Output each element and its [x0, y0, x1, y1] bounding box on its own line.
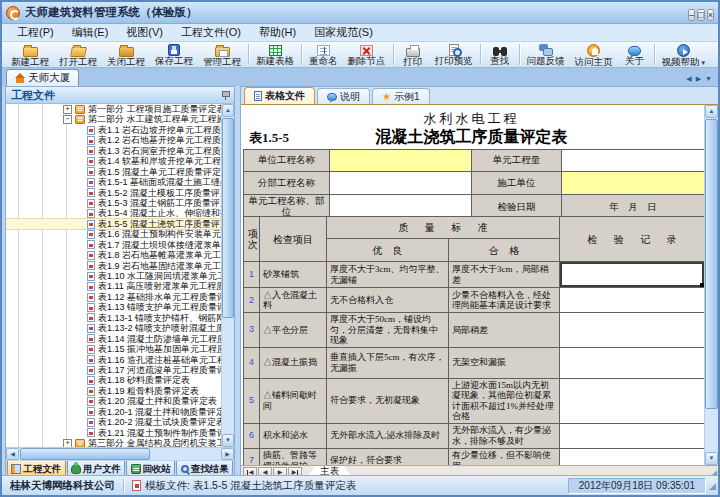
tree-item[interactable]: 表1.13-2 锚喷支护喷射混凝土质量 — [6, 323, 221, 333]
menu-help[interactable]: 帮助(H) — [250, 24, 305, 41]
record-cell[interactable] — [560, 313, 705, 348]
tree-item[interactable]: 表1.7 混凝土坝坝体接缝灌浆单元工 — [6, 240, 221, 250]
toolbar-feedback[interactable]: 问题反馈 — [522, 42, 570, 67]
tree-item[interactable]: 表1.19 粗骨料质量评定表 — [6, 386, 221, 396]
tree-item[interactable]: 表1.20 混凝土拌和质量评定表 — [6, 396, 221, 406]
tree-item[interactable]: 表1.11 高压喷射灌浆单元工程质量 — [6, 281, 221, 291]
tree-item[interactable]: 表1.20-2 混凝土试块质量评定表 — [6, 417, 221, 427]
tree-item[interactable]: 表1.18 砂料质量评定表 — [6, 375, 221, 385]
toolbar-close-project[interactable]: 关闭工程 — [102, 42, 150, 67]
project-tab[interactable]: 天师大厦 — [6, 69, 79, 86]
content-tab-description[interactable]: 说明 — [317, 88, 370, 104]
tree-item[interactable]: 表1.14 混凝土防渗墙单元工程质量 — [6, 334, 221, 344]
tree-item-label: 表1.9 岩石地基固结灌浆单元工程质 — [98, 261, 221, 271]
menu-project[interactable]: 工程(P) — [8, 24, 63, 41]
tree-item[interactable]: 表1.13 锚喷支护单元工程质量评定 — [6, 302, 221, 312]
toolbar-new-project[interactable]: 新建工程 — [6, 42, 54, 67]
tab-scroll-left-icon[interactable]: ◀ — [686, 75, 691, 83]
sidebar-horizontal-scrollbar[interactable]: ◀ ▶ — [6, 447, 234, 460]
builder-field[interactable] — [562, 172, 705, 195]
toolbar-about[interactable]: 关于 — [618, 42, 652, 67]
content-vertical-scrollbar[interactable]: ▲ ▼ — [704, 105, 718, 465]
tree-item[interactable]: 表1.15 振冲地基加固单元工程质量 — [6, 344, 221, 354]
toolbar-video-help[interactable]: 视频帮助▾ — [657, 42, 711, 67]
tree-item[interactable]: 表1.9 岩石地基固结灌浆单元工程质 — [6, 261, 221, 271]
row-number: 6 — [244, 423, 260, 448]
record-cell[interactable] — [560, 262, 705, 288]
template-file-icon — [132, 480, 141, 491]
tree-item[interactable]: 表1.21 混凝土预制件制作质量评定 — [6, 428, 221, 438]
record-cell[interactable] — [560, 347, 705, 378]
company-name: 桂林天博网络科技公司 — [2, 479, 123, 493]
row-number: 5 — [244, 378, 260, 423]
scroll-right-button[interactable]: ▶ — [221, 448, 234, 460]
col-header-no: 项次 — [244, 217, 260, 262]
menu-project-files[interactable]: 工程文件(O) — [172, 24, 250, 41]
toolbar-delete-node[interactable]: 删除节点 — [343, 42, 391, 67]
scroll-down-button[interactable]: ▼ — [705, 452, 718, 465]
scroll-down-button[interactable]: ▼ — [222, 434, 234, 447]
toolbar-homepage[interactable]: 访问主页 — [570, 42, 618, 67]
scroll-up-button[interactable]: ▲ — [705, 105, 718, 118]
scroll-up-button[interactable]: ▲ — [222, 104, 234, 117]
record-cell[interactable] — [560, 288, 705, 313]
tree-item[interactable]: +第三部分 金属结构及启闭机安装工程 — [6, 438, 221, 447]
record-cell[interactable] — [560, 378, 705, 423]
scroll-thumb[interactable] — [20, 448, 150, 460]
scroll-thumb[interactable] — [705, 119, 718, 409]
sidebar-vertical-scrollbar[interactable]: ▲ ▼ — [221, 104, 234, 447]
maximize-button[interactable]: □ — [697, 9, 704, 21]
tree-item[interactable]: 表1.5-4 混凝土止水、伸缩缝和排水 — [6, 208, 221, 218]
tree-item[interactable]: 表1.13-1 锚喷支护锚杆、钢筋网质 — [6, 313, 221, 323]
content-tab-form-file[interactable]: 表格文件 — [244, 87, 315, 104]
content-tab-example1[interactable]: ★示例1 — [372, 88, 430, 104]
tree-item[interactable]: 表1.16 造孔灌注桩基础单元工程质 — [6, 355, 221, 365]
tree-item[interactable]: 表1.5-2 混凝土模板工序质量评定 — [6, 188, 221, 198]
unit-name-field[interactable] — [330, 150, 472, 172]
menu-edit[interactable]: 编辑(E) — [63, 24, 118, 41]
menu-view[interactable]: 视图(V) — [117, 24, 172, 41]
tree-item[interactable]: 表1.1 岩石边坡开挖单元工程质量评 — [6, 125, 221, 135]
tree-item[interactable]: 表1.5-1 基础面或混凝土施工缝处理 — [6, 177, 221, 187]
tree-item[interactable]: 表1.4 软基和岸坡开挖单元工程质量 — [6, 156, 221, 166]
tree-item[interactable]: 表1.3 岩石洞室开挖单元工程质量评 — [6, 146, 221, 156]
toolbar-print-preview[interactable]: 打印预览 — [430, 42, 478, 67]
unit-quantity-field[interactable] — [562, 150, 705, 172]
tree-item[interactable]: 表1.12 基础排水单元工程质量评定 — [6, 292, 221, 302]
tree-item-label: 表1.16 造孔灌注桩基础单元工程质 — [98, 355, 221, 365]
expand-icon[interactable]: − — [63, 115, 72, 124]
toolbar-new-table[interactable]: 新建表格 — [251, 42, 299, 67]
record-cell[interactable] — [560, 423, 705, 448]
toolbar-print[interactable]: 打印 — [396, 42, 430, 67]
toolbar-find[interactable]: 查找 — [483, 42, 517, 67]
tree-item[interactable]: 表1.5 混凝土单元工程质量评定表 — [6, 167, 221, 177]
doc-icon — [87, 282, 95, 291]
tree-item[interactable]: 表1.2 岩石地基开挖单元工程质量评 — [6, 135, 221, 145]
tree-item-label: 表1.10 水工隧洞回填灌浆单元工程 — [98, 271, 221, 281]
toolbar-manage-project[interactable]: 管理工程 — [198, 42, 246, 67]
scroll-thumb[interactable] — [222, 118, 234, 318]
tree-item[interactable]: −第二部分 水工建筑工程单元工程施工 — [6, 114, 221, 124]
toolbar-rename[interactable]: 重命名 — [304, 42, 343, 67]
tree-item[interactable]: 表1.20-1 混凝土拌和物质量评定表 — [6, 407, 221, 417]
expand-icon[interactable]: + — [63, 105, 72, 114]
tree-item[interactable]: 表1.6 混凝土预制构件安装单元工程 — [6, 229, 221, 239]
division-name-field[interactable] — [330, 172, 472, 195]
toolbar-open-project[interactable]: 打开工程 — [54, 42, 102, 67]
tree-item[interactable]: 表1.10 水工隧洞回填灌浆单元工程 — [6, 271, 221, 281]
tree-item[interactable]: +第一部分 工程项目施工质量评定表 — [6, 104, 221, 114]
pin-icon[interactable] — [221, 90, 229, 100]
expand-icon[interactable]: + — [63, 439, 72, 447]
tab-list-dropdown-icon[interactable]: ▼ — [705, 75, 712, 83]
record-cell[interactable] — [560, 448, 705, 465]
tree-item[interactable]: 表1.17 河道疏浚单元工程质量评定 — [6, 365, 221, 375]
tree-item[interactable]: 表1.5-3 混凝土钢筋工序质量评定 — [6, 198, 221, 208]
minimize-button[interactable]: – — [688, 9, 695, 21]
tree-item[interactable]: 表1.8 岩石地基帷幕灌浆单元工程质 — [6, 250, 221, 260]
close-button[interactable]: × — [707, 9, 714, 21]
tab-scroll-right-icon[interactable]: ▶ — [696, 75, 701, 83]
tree-item[interactable]: 表1.5-5 混凝土浇筑工序质量评定 — [6, 219, 221, 229]
toolbar-save-project[interactable]: 保存工程 — [150, 42, 198, 67]
scroll-left-button[interactable]: ◀ — [6, 448, 19, 460]
menu-national-standards[interactable]: 国家规范(S) — [305, 24, 382, 41]
